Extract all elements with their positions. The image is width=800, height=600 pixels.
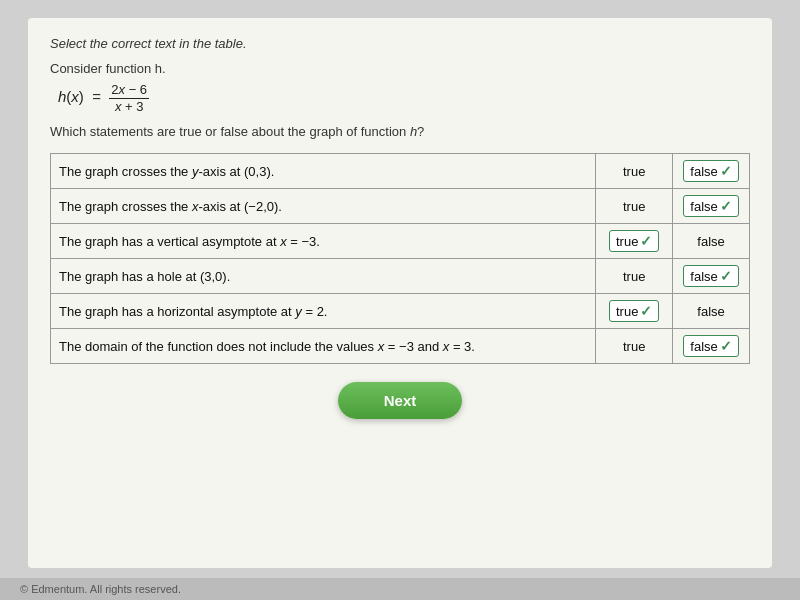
false-cell-3[interactable]: false [673,224,750,259]
footer: © Edmentum. All rights reserved. [0,578,800,600]
table-row: The graph crosses the x-axis at (−2,0). … [51,189,750,224]
false-cell-6[interactable]: false✓ [673,329,750,364]
statement-3: The graph has a vertical asymptote at x … [51,224,596,259]
table-row: The graph has a vertical asymptote at x … [51,224,750,259]
next-button[interactable]: Next [338,382,463,419]
false-cell-1[interactable]: false✓ [673,154,750,189]
true-cell-3[interactable]: true✓ [596,224,673,259]
false-cell-2[interactable]: false✓ [673,189,750,224]
statement-5: The graph has a horizontal asymptote at … [51,294,596,329]
footer-text: © Edmentum. All rights reserved. [20,583,181,595]
true-cell-1[interactable]: true [596,154,673,189]
formula-display: h(x) = 2x − 6 x + 3 [58,82,750,114]
table-row: The domain of the function does not incl… [51,329,750,364]
true-cell-5[interactable]: true✓ [596,294,673,329]
question-text: Which statements are true or false about… [50,124,750,139]
true-cell-6[interactable]: true [596,329,673,364]
true-cell-2[interactable]: true [596,189,673,224]
false-cell-4[interactable]: false✓ [673,259,750,294]
consider-label: Consider function h. [50,61,750,76]
table-row: The graph crosses the y-axis at (0,3). t… [51,154,750,189]
instruction-text: Select the correct text in the table. [50,36,750,51]
true-cell-4[interactable]: true [596,259,673,294]
statement-4: The graph has a hole at (3,0). [51,259,596,294]
table-row: The graph has a hole at (3,0). true fals… [51,259,750,294]
statement-6: The domain of the function does not incl… [51,329,596,364]
statements-table: The graph crosses the y-axis at (0,3). t… [50,153,750,364]
table-row: The graph has a horizontal asymptote at … [51,294,750,329]
false-cell-5[interactable]: false [673,294,750,329]
statement-2: The graph crosses the x-axis at (−2,0). [51,189,596,224]
statement-1: The graph crosses the y-axis at (0,3). [51,154,596,189]
